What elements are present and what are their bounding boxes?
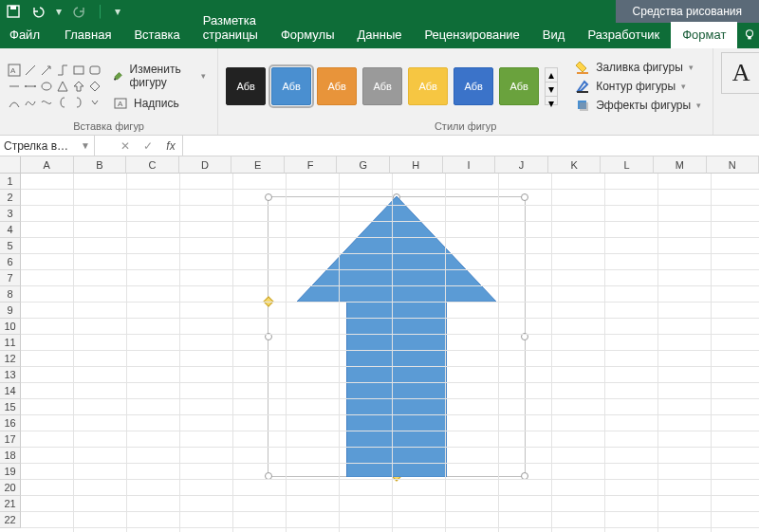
row-header[interactable]: 7 [0, 270, 21, 286]
shape-line-icon[interactable] [24, 64, 37, 77]
name-box[interactable]: Стрелка в… ▼ [0, 136, 95, 156]
enter-icon[interactable]: ✓ [137, 136, 159, 156]
shape-freeform-icon[interactable] [24, 96, 37, 109]
row-header[interactable]: 15 [0, 399, 21, 415]
shape-more-icon[interactable] [88, 96, 102, 109]
shape-fill-button[interactable]: Заливка фигуры ▾ [571, 59, 705, 76]
row-header[interactable]: 17 [0, 431, 21, 448]
tab-home[interactable]: Главная [53, 22, 122, 48]
shape-roundrect-icon[interactable] [88, 64, 102, 77]
shapes-gallery[interactable]: A [8, 64, 102, 109]
column-header[interactable]: A [21, 156, 74, 174]
tell-me[interactable]: Ч [737, 23, 759, 48]
style-swatch-1[interactable]: Абв [226, 67, 266, 105]
style-swatch-4[interactable]: Абв [362, 67, 402, 105]
name-box-dropdown-icon[interactable]: ▼ [81, 140, 90, 151]
grid-row-line [21, 367, 759, 383]
qat-customize-icon[interactable]: ▾ [114, 4, 121, 19]
column-header[interactable]: D [179, 156, 232, 174]
row-header[interactable]: 21 [0, 496, 21, 512]
column-header[interactable]: E [231, 156, 285, 174]
shape-line2-icon[interactable] [8, 80, 21, 93]
column-header[interactable]: M [654, 156, 707, 174]
shape-line3-icon[interactable] [24, 80, 37, 93]
row-header[interactable]: 18 [0, 448, 21, 464]
column-header[interactable]: L [601, 156, 654, 174]
shape-curve2-icon[interactable] [40, 96, 53, 109]
row-header[interactable]: 1 [0, 174, 21, 190]
save-icon[interactable] [6, 4, 21, 19]
row-header[interactable]: 2 [0, 190, 21, 206]
shape-uparrow-icon[interactable] [72, 80, 85, 93]
shape-curve-icon[interactable] [8, 96, 21, 109]
row-header[interactable]: 10 [0, 319, 21, 335]
row-header[interactable]: 19 [0, 464, 21, 480]
tab-file[interactable]: Файл [0, 22, 53, 48]
shape-effects-button[interactable]: Эффекты фигуры ▾ [571, 97, 705, 114]
tab-formulas[interactable]: Формулы [269, 22, 346, 48]
edit-shape-button[interactable]: Изменить фигуру ▾ [109, 61, 210, 91]
style-swatch-3[interactable]: Абв [317, 67, 357, 105]
column-header[interactable]: F [285, 156, 338, 174]
row-header[interactable]: 3 [0, 206, 21, 222]
wordart-swatch-1[interactable]: A [721, 52, 759, 94]
row-header[interactable]: 14 [0, 383, 21, 399]
textbox-button[interactable]: A Надпись [109, 94, 210, 113]
column-header[interactable]: B [74, 156, 127, 174]
shape-diamond-icon[interactable] [88, 80, 102, 93]
svg-line-6 [26, 65, 35, 75]
style-swatch-6[interactable]: Абв [454, 67, 493, 105]
worksheet-grid[interactable]: ABCDEFGHIJKLMN 1234567891011121314151617… [0, 156, 759, 532]
tab-format[interactable]: Формат [671, 22, 737, 48]
tab-page-layout[interactable]: Разметка страницы [192, 8, 269, 48]
column-header[interactable]: C [126, 156, 179, 174]
cells-area[interactable] [21, 174, 759, 532]
row-header[interactable]: 11 [0, 335, 21, 351]
column-header[interactable]: H [390, 156, 443, 174]
gallery-scroll-down-icon[interactable]: ▾ [546, 82, 557, 96]
row-header[interactable]: 20 [0, 480, 21, 496]
select-all-button[interactable] [0, 156, 21, 174]
shape-triangle-icon[interactable] [56, 80, 69, 93]
shape-textbox-icon[interactable]: A [8, 64, 21, 77]
row-header[interactable]: 5 [0, 238, 21, 254]
shape-elbow-icon[interactable] [56, 64, 69, 77]
redo-icon[interactable] [72, 4, 87, 19]
row-header[interactable]: 22 [0, 512, 21, 528]
row-header[interactable]: 9 [0, 303, 21, 319]
column-header[interactable]: J [495, 156, 548, 174]
svg-rect-19 [577, 91, 588, 93]
tab-view[interactable]: Вид [531, 22, 577, 48]
qat-separator: │ [97, 5, 104, 18]
row-header[interactable]: 12 [0, 351, 21, 367]
column-header[interactable]: G [337, 156, 390, 174]
undo-icon[interactable] [30, 4, 46, 19]
shape-lbrace-icon[interactable] [56, 96, 69, 109]
shape-rbrace-icon[interactable] [72, 96, 85, 109]
column-header[interactable]: N [707, 156, 759, 174]
shape-oval-icon[interactable] [40, 80, 53, 93]
row-header[interactable]: 8 [0, 286, 21, 303]
row-header[interactable]: 13 [0, 367, 21, 383]
shape-outline-button[interactable]: Контур фигуры ▾ [571, 78, 705, 95]
chevron-down-icon: ▾ [696, 101, 701, 110]
shape-arrow-icon[interactable] [40, 64, 53, 77]
gallery-scroll-up-icon[interactable]: ▴ [546, 68, 557, 82]
tab-developer[interactable]: Разработчик [576, 22, 671, 48]
column-header[interactable]: I [443, 156, 496, 174]
gallery-more-icon[interactable]: ▾ [546, 96, 557, 110]
tab-review[interactable]: Рецензирование [413, 22, 530, 48]
style-swatch-5[interactable]: Абв [408, 67, 448, 105]
row-header[interactable]: 4 [0, 222, 21, 238]
column-header[interactable]: K [548, 156, 602, 174]
shape-rect-icon[interactable] [72, 64, 85, 77]
tab-data[interactable]: Данные [346, 22, 414, 48]
style-swatch-2[interactable]: Абв [271, 67, 311, 105]
row-header[interactable]: 16 [0, 415, 21, 431]
row-header[interactable]: 6 [0, 254, 21, 270]
fx-icon[interactable]: fx [159, 139, 182, 153]
style-swatch-7[interactable]: Абв [499, 67, 539, 105]
tab-insert[interactable]: Вставка [122, 22, 191, 48]
undo-dropdown-icon[interactable]: ▾ [55, 4, 63, 19]
cancel-icon[interactable]: ✕ [114, 136, 137, 156]
